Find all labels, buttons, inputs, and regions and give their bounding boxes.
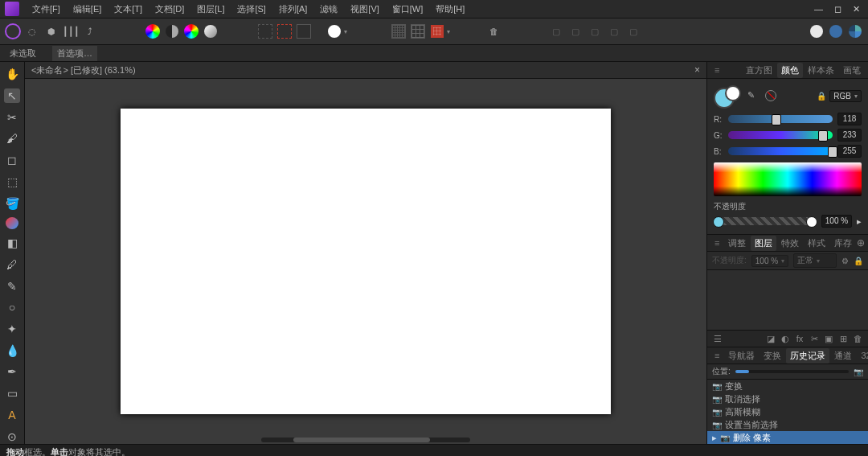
clone-tool-icon[interactable]: ✎	[4, 278, 20, 294]
tab-color[interactable]: 颜色	[777, 63, 803, 78]
layers-options-icon[interactable]: ⊕	[857, 237, 865, 249]
history-item[interactable]: 📷设置当前选择	[707, 418, 868, 431]
menu-view[interactable]: 视图[V]	[344, 2, 385, 17]
window-close-icon[interactable]: ✕	[853, 4, 860, 14]
menu-window[interactable]: 窗口[W]	[386, 2, 430, 17]
panel-menu-icon[interactable]: ≡	[710, 64, 723, 76]
menu-help[interactable]: 帮助[H]	[429, 2, 471, 17]
color-mode-select[interactable]: RGB	[829, 90, 862, 102]
hand-tool-icon[interactable]: ✋	[4, 67, 20, 82]
color-wheel2-icon[interactable]	[183, 23, 199, 39]
menu-text[interactable]: 文本[T]	[108, 2, 149, 17]
dropdown2-icon[interactable]: ▾	[447, 28, 455, 35]
marquee-diag-icon[interactable]	[276, 23, 293, 39]
picker-tool-icon[interactable]: ⊙	[4, 429, 20, 444]
color-wheel-icon[interactable]	[145, 23, 161, 39]
persona-photo-icon[interactable]	[5, 23, 21, 39]
tab-swatches[interactable]: 样本条	[804, 63, 838, 78]
circle-grad-icon[interactable]	[203, 23, 219, 39]
canvas-viewport[interactable]	[25, 79, 706, 444]
menu-document[interactable]: 文档[D]	[149, 2, 190, 17]
tab-navigator[interactable]: 导航器	[724, 348, 759, 364]
selection-tool-icon[interactable]: ◻	[4, 153, 20, 168]
trash2-icon[interactable]: 🗑	[852, 333, 863, 344]
blend-mode-select[interactable]: 正常	[793, 253, 837, 268]
quickmask-icon[interactable]	[326, 23, 342, 39]
history-item[interactable]: 📷变换	[707, 380, 868, 392]
lock-layer-icon[interactable]: 🔒	[854, 257, 863, 265]
tab-brushes[interactable]: 画笔	[839, 63, 865, 78]
context-prefs[interactable]: 首选项…	[52, 46, 97, 61]
color-spectrum[interactable]	[714, 162, 862, 196]
persona-liquify-icon[interactable]: ◌	[24, 23, 40, 39]
document-tab[interactable]: <未命名> [已修改] (63.1%) ×	[25, 62, 706, 79]
tab-fx[interactable]: 特效	[777, 236, 803, 251]
dodge-tool-icon[interactable]: ○	[4, 300, 20, 315]
fx-icon[interactable]: fx	[794, 333, 805, 344]
adjust-icon[interactable]: ◐	[780, 333, 791, 344]
gear-icon[interactable]: ⚙	[841, 257, 849, 265]
grid2-icon[interactable]	[410, 23, 426, 39]
eraser-tool-icon[interactable]: ◧	[4, 236, 20, 251]
crop-dark-icon[interactable]	[296, 23, 312, 39]
pen-tool-icon[interactable]: ✒	[4, 364, 20, 380]
brush-tool-icon[interactable]: 🖌	[4, 131, 20, 146]
camera-icon[interactable]: 📷	[854, 368, 863, 376]
persona-develop-icon[interactable]: ⬢	[43, 23, 59, 39]
tab-transform[interactable]: 变换	[760, 348, 785, 364]
opacity-stepper-icon[interactable]: ▸	[857, 216, 862, 227]
nocolor-icon[interactable]	[765, 90, 776, 101]
tab-channels[interactable]: 通道	[830, 348, 856, 364]
mask-icon[interactable]: ◪	[765, 333, 776, 344]
channel-value[interactable]: 233	[837, 129, 862, 142]
grid-icon[interactable]	[391, 23, 407, 39]
tab-32bit[interactable]: 32 位预览	[857, 348, 868, 364]
tab-adjust[interactable]: 调整	[724, 236, 750, 251]
fill-tool-icon[interactable]: 🪣	[4, 195, 20, 211]
channel-value[interactable]: 255	[837, 145, 862, 158]
gradient-tool-icon[interactable]	[6, 217, 18, 229]
trash-icon[interactable]: 🗑	[485, 23, 502, 39]
window-minimize-icon[interactable]: —	[814, 4, 823, 14]
persona-export-icon[interactable]: ⤴	[82, 23, 98, 39]
folder-icon[interactable]: ▣	[823, 333, 834, 344]
history-position-slider[interactable]	[735, 370, 849, 373]
history-item[interactable]: ▸📷删除 像素	[707, 431, 868, 444]
tab-histogram[interactable]: 直方图	[742, 63, 776, 78]
marquee-tool-icon[interactable]: ⬚	[4, 175, 20, 190]
shape-tool-icon[interactable]: ▭	[4, 386, 20, 401]
move-tool-icon[interactable]: ↖	[4, 88, 20, 104]
circle3-icon[interactable]	[847, 23, 863, 39]
menu-select[interactable]: 选择[S]	[231, 2, 272, 17]
crop2-icon[interactable]: ✂	[809, 333, 820, 344]
marquee-icon[interactable]	[257, 23, 273, 39]
layers-menu-icon[interactable]: ≡	[710, 236, 723, 249]
tab-styles[interactable]: 样式	[804, 236, 829, 251]
circle1-icon[interactable]	[809, 23, 825, 39]
blur-tool-icon[interactable]: 💧	[4, 343, 20, 358]
menu-arrange[interactable]: 排列[A]	[272, 2, 313, 17]
hist-menu-icon[interactable]: ≡	[710, 349, 723, 362]
grid-red-icon[interactable]	[429, 23, 445, 39]
eyedropper-icon[interactable]: ✎	[747, 90, 759, 101]
opacity-slider[interactable]	[714, 217, 817, 225]
menu-edit[interactable]: 编辑[E]	[67, 2, 108, 17]
tab-layers[interactable]: 图层	[751, 236, 776, 251]
paint-tool-icon[interactable]: 🖊	[4, 257, 20, 273]
lock-icon[interactable]: 🔒	[817, 92, 826, 101]
addlayer-icon[interactable]: ⊞	[837, 333, 849, 344]
horizontal-scrollbar[interactable]	[261, 438, 470, 442]
history-item[interactable]: 📷高斯模糊	[707, 405, 868, 418]
channel-slider[interactable]	[728, 147, 833, 155]
history-item[interactable]: 📷取消选择	[707, 392, 868, 405]
channel-slider[interactable]	[728, 115, 833, 123]
menu-layer[interactable]: 图层[L]	[190, 2, 231, 17]
healing-tool-icon[interactable]: ✦	[4, 322, 20, 337]
window-maximize-icon[interactable]: ◻	[834, 4, 841, 14]
menu-filter[interactable]: 滤镜	[313, 2, 344, 17]
canvas[interactable]	[121, 109, 611, 414]
channel-value[interactable]: 118	[837, 113, 862, 125]
tab-history[interactable]: 历史记录	[786, 348, 829, 364]
crop-tool-icon[interactable]: ✂	[4, 109, 20, 125]
opacity-value[interactable]: 100 %	[821, 215, 852, 228]
